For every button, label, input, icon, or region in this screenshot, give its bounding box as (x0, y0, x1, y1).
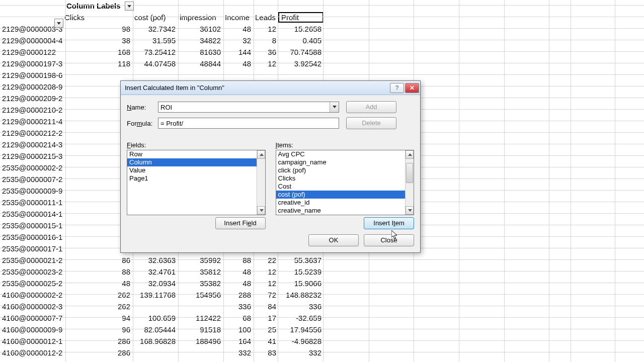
table-row[interactable]: 4160@0000009-99682.05444915181002517.945… (0, 324, 644, 335)
table-row[interactable]: 2129@0000198-6 (0, 69, 644, 81)
formula-input[interactable] (158, 118, 339, 128)
scroll-up-icon[interactable] (406, 150, 414, 159)
table-row[interactable]: 2129@000012216873.25412816301443670.7458… (0, 46, 644, 58)
hdr-profit[interactable]: Profit (278, 12, 324, 23)
list-item[interactable]: Column (127, 158, 257, 166)
list-item[interactable]: Row (127, 150, 257, 158)
table-row[interactable]: 2129@0000003-39832.734236102481215.2658 (0, 23, 644, 35)
list-item[interactable]: Clicks (276, 174, 406, 183)
list-item[interactable]: creative_id (276, 199, 406, 207)
hdr-leads[interactable]: Leads (253, 13, 278, 22)
list-item[interactable]: creative_name (276, 207, 406, 215)
table-row[interactable]: 2535@0000023-28832.476135812481215.5239 (0, 266, 644, 278)
table-row[interactable]: 4160@0000012-1286168.9682818849616441-4.… (0, 335, 644, 347)
insert-field-button[interactable]: Insert Field (215, 217, 266, 229)
fields-label: Fields: (127, 141, 266, 149)
list-item[interactable]: cost (pof) (276, 191, 406, 199)
table-row[interactable]: 2535@0000025-24832.093435382481215.9066 (0, 278, 644, 289)
scroll-down-icon[interactable] (257, 206, 265, 215)
formula-label: Formula: (127, 120, 158, 127)
list-item[interactable]: click (pof) (276, 166, 406, 174)
insert-item-button[interactable]: Insert Item (364, 217, 414, 229)
name-label: Name: (127, 104, 158, 111)
table-row[interactable]: 4160@0000007-794100.6591124226817-32.659 (0, 312, 644, 324)
chevron-down-icon[interactable] (330, 102, 339, 112)
help-button[interactable]: ? (390, 83, 404, 93)
dialog-titlebar[interactable]: Insert Calculated Item in "Column" ? ✕ (121, 81, 420, 95)
fields-scrollbar[interactable] (257, 150, 265, 215)
items-scrollbar[interactable] (405, 150, 414, 215)
column-labels-row: Column Labels (0, 0, 644, 12)
list-item[interactable]: Value (127, 166, 257, 174)
hdr-cost[interactable]: cost (pof) (132, 13, 178, 22)
close-button[interactable]: Close (364, 234, 414, 246)
table-row[interactable]: 2129@0000004-43831.595348223280.405 (0, 35, 644, 46)
scroll-down-icon[interactable] (406, 206, 414, 215)
insert-calculated-item-dialog: Insert Calculated Item in "Column" ? ✕ N… (120, 80, 421, 253)
scroll-up-icon[interactable] (257, 150, 265, 159)
list-item[interactable]: Cost (276, 183, 406, 191)
list-item[interactable]: campaign_name (276, 158, 406, 166)
column-labels-filter-icon[interactable] (125, 2, 134, 11)
formula-field[interactable] (158, 118, 339, 129)
column-labels-text: Column Labels (64, 2, 123, 10)
list-item[interactable]: Page1 (127, 174, 257, 183)
hdr-impression[interactable]: impression (178, 13, 223, 22)
table-row[interactable]: 2129@0000197-311844.074584884448123.9254… (0, 58, 644, 69)
table-row[interactable]: 2535@0000021-28632.636335992882255.3637 (0, 254, 644, 266)
items-label: Items: (276, 141, 415, 149)
list-item[interactable]: Avg CPC (276, 150, 406, 158)
row-filter-icon[interactable] (54, 19, 63, 28)
hdr-income[interactable]: Income (223, 13, 253, 22)
table-row[interactable]: 4160@0000002-326233684336 (0, 301, 644, 312)
name-combo[interactable] (158, 102, 339, 113)
delete-button[interactable]: Delete (346, 117, 396, 129)
ok-button[interactable]: OK (308, 234, 359, 246)
close-icon[interactable]: ✕ (405, 83, 419, 93)
name-input[interactable] (158, 102, 330, 112)
add-button[interactable]: Add (346, 101, 396, 113)
table-row[interactable]: 4160@0000012-228633283332 (0, 347, 644, 358)
hdr-clicks[interactable]: Clicks (64, 13, 132, 22)
dialog-title: Insert Calculated Item in "Column" (125, 84, 389, 92)
header-row: Clicks cost (pof) impression Income Lead… (0, 12, 644, 23)
table-row[interactable]: 4160@0000002-2262139.1176815495628872148… (0, 289, 644, 301)
items-listbox[interactable]: Avg CPCcampaign_nameclick (pof)ClicksCos… (276, 150, 415, 215)
fields-listbox[interactable]: RowColumnValuePage1 (127, 150, 266, 215)
